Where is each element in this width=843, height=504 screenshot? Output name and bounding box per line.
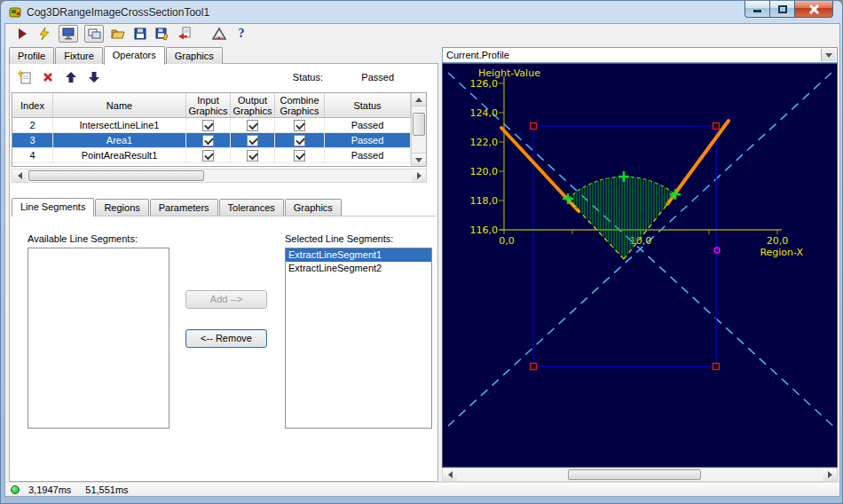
column-header-input-graphics[interactable]: Input Graphics — [186, 93, 231, 117]
x-axis-title: Region-X — [760, 247, 803, 258]
measure-tool-button[interactable] — [211, 26, 227, 42]
scrollbar-thumb[interactable] — [28, 170, 204, 181]
chevron-down-icon — [825, 53, 832, 58]
status-bar: 3,1947ms 51,551ms — [5, 482, 839, 496]
status-value: Passed — [361, 72, 394, 83]
column-header-name[interactable]: Name — [53, 93, 186, 117]
y-tick-label: 122,0 — [470, 137, 499, 148]
output-graphics-checkbox[interactable] — [247, 120, 258, 131]
list-item[interactable]: ExtractLineSegment2 — [286, 262, 431, 275]
save-button[interactable] — [132, 26, 148, 42]
available-line-segments-list[interactable] — [28, 248, 169, 429]
add-button[interactable]: Add --> — [185, 290, 267, 309]
tool-tab-strip: Profile Fixture Operators Graphics — [9, 44, 438, 64]
column-header-index[interactable]: Index — [12, 93, 53, 117]
move-down-button[interactable] — [86, 69, 102, 85]
y-tick-label: 118,0 — [470, 195, 499, 207]
window-title: Cog3DRangeImageCrossSectionTool1 — [27, 6, 209, 19]
cell-index: 2 — [12, 118, 53, 132]
selected-line-segments-label: Selected Line Segments: — [285, 233, 393, 244]
region-handle-bottom-right[interactable] — [713, 364, 720, 370]
left-panel: Profile Fixture Operators Graphics Statu… — [5, 43, 438, 482]
add-operator-button[interactable] — [17, 69, 33, 85]
maximize-button[interactable] — [770, 1, 794, 18]
record-selector-value: Current.Profile — [446, 50, 509, 60]
open-file-button[interactable] — [110, 26, 126, 42]
cell-index: 3 — [12, 133, 53, 147]
plot-horizontal-scrollbar[interactable] — [442, 468, 838, 482]
tab-profile[interactable]: Profile — [9, 47, 54, 64]
titlebar[interactable]: Cog3DRangeImageCrossSectionTool1 — [4, 1, 839, 23]
table-row[interactable]: 2 IntersectLineLine1 Passed — [12, 118, 411, 133]
output-graphics-checkbox[interactable] — [247, 135, 258, 146]
arrow-down-icon — [415, 158, 422, 162]
combine-graphics-checkbox[interactable] — [294, 135, 305, 146]
grid-header: Index Name Input Graphics Output Graphic… — [12, 93, 411, 118]
region-handle-top-right[interactable] — [713, 123, 720, 130]
cell-status: Passed — [325, 148, 411, 162]
cell-status: Passed — [325, 133, 411, 147]
y-tick-label: 120,0 — [470, 166, 499, 177]
scroll-right-button[interactable] — [823, 469, 837, 481]
available-line-segments-label: Available Line Segments: — [28, 233, 138, 244]
list-item[interactable]: ExtractLineSegment1 — [286, 248, 431, 262]
display-panel: Current.Profile — [442, 47, 838, 482]
tab-tolerances[interactable]: Tolerances — [219, 199, 284, 216]
float-window-button[interactable] — [84, 25, 104, 43]
x-tick-label: 20,0 — [767, 235, 789, 247]
import-button[interactable] — [177, 26, 193, 42]
main-toolbar: ? — [5, 24, 839, 43]
scroll-up-button[interactable] — [412, 93, 426, 106]
scrollbar-track[interactable] — [27, 169, 412, 182]
minimize-button[interactable] — [745, 1, 770, 18]
area-fan — [568, 177, 675, 259]
combine-graphics-checkbox[interactable] — [294, 120, 305, 131]
column-header-status[interactable]: Status — [325, 93, 411, 117]
tab-graphics[interactable]: Graphics — [166, 47, 223, 64]
tab-operators[interactable]: Operators — [104, 46, 165, 65]
region-handle-bottom-left[interactable] — [531, 364, 537, 370]
output-graphics-checkbox[interactable] — [247, 150, 258, 161]
column-header-combine-graphics[interactable]: Combine Graphics — [275, 93, 325, 117]
extract-line-segment-2[interactable] — [667, 121, 729, 204]
scroll-down-button[interactable] — [412, 153, 426, 166]
scroll-right-button[interactable] — [412, 169, 426, 182]
scrollbar-track[interactable] — [457, 469, 823, 481]
tab-parameters[interactable]: Parameters — [150, 199, 218, 216]
run-button[interactable] — [14, 26, 30, 42]
move-up-button[interactable] — [63, 69, 79, 85]
help-button[interactable]: ? — [233, 26, 249, 42]
combo-dropdown-button[interactable] — [821, 49, 836, 61]
region-handle-top-left[interactable] — [531, 123, 537, 130]
record-selector-combo[interactable]: Current.Profile — [442, 47, 838, 63]
y-tick-label: 126,0 — [470, 78, 499, 90]
minimize-icon — [753, 10, 761, 12]
tab-graphics-sub[interactable]: Graphics — [285, 199, 342, 216]
cell-name: IntersectLineLine1 — [53, 118, 186, 132]
result-display-button[interactable] — [59, 25, 78, 43]
tab-line-segments[interactable]: Line Segments — [12, 198, 94, 217]
input-graphics-checkbox[interactable] — [202, 150, 214, 161]
tab-regions[interactable]: Regions — [95, 199, 148, 216]
column-header-output-graphics[interactable]: Output Graphics — [231, 93, 275, 117]
delete-operator-button[interactable] — [40, 69, 56, 85]
result-point-marker[interactable] — [714, 248, 720, 253]
combine-graphics-checkbox[interactable] — [294, 150, 305, 161]
save-as-button[interactable] — [154, 26, 170, 42]
table-row[interactable]: 4 PointAreaResult1 Passed — [12, 148, 411, 163]
tab-fixture[interactable]: Fixture — [55, 47, 103, 64]
grid-horizontal-scrollbar[interactable] — [12, 169, 427, 183]
input-graphics-checkbox[interactable] — [202, 120, 214, 131]
scroll-left-button[interactable] — [12, 169, 27, 182]
scroll-left-button[interactable] — [443, 469, 457, 481]
client-area: ? Profile Fixture Operators Graphics — [4, 23, 840, 497]
selected-line-segments-list[interactable]: ExtractLineSegment1 ExtractLineSegment2 — [285, 248, 432, 429]
table-row[interactable]: 3 Area1 Passed — [12, 133, 411, 148]
remove-button[interactable]: <-- Remove — [185, 329, 267, 348]
scrollbar-thumb[interactable] — [568, 469, 701, 480]
scrollbar-thumb[interactable] — [413, 113, 425, 136]
input-graphics-checkbox[interactable] — [202, 135, 214, 146]
run-continuous-button[interactable] — [36, 26, 52, 42]
close-button[interactable] — [794, 1, 833, 18]
grid-vertical-scrollbar[interactable] — [411, 93, 426, 166]
